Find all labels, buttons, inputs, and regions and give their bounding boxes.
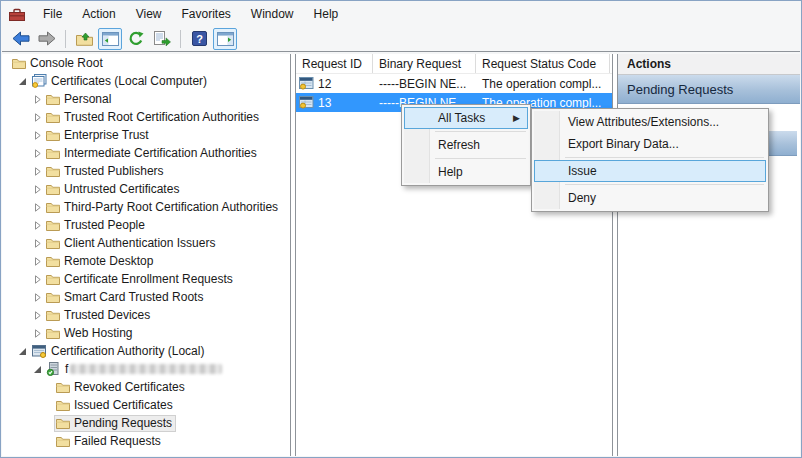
tree-item-hit-area[interactable]: Personal	[44, 91, 115, 108]
back-button[interactable]	[9, 28, 33, 50]
expander-expanded-icon[interactable]	[31, 365, 44, 374]
tree-item-untrusted-certificates[interactable]: Untrusted Certificates	[2, 180, 290, 198]
expander-collapsed-icon[interactable]	[31, 329, 44, 338]
tree-item-web-hosting[interactable]: Web Hosting	[2, 324, 290, 342]
tree-item-trusted-publishers[interactable]: Trusted Publishers	[2, 162, 290, 180]
expander-collapsed-icon[interactable]	[31, 149, 44, 158]
tree-item-label: Enterprise Trust	[64, 128, 149, 142]
tree-item-client-authentication-issuers[interactable]: Client Authentication Issuers	[2, 234, 290, 252]
menubar-item-action[interactable]: Action	[72, 7, 125, 21]
actions-section-pending-requests[interactable]: Pending Requests	[618, 75, 800, 104]
tree-item-hit-area[interactable]: Issued Certificates	[54, 397, 177, 414]
tree-item-label: Console Root	[30, 56, 103, 70]
tree-item-issued-certificates[interactable]: Issued Certificates	[2, 396, 290, 414]
tree-item-hit-area[interactable]: Certificate Enrollment Requests	[44, 271, 237, 288]
export-list-icon	[154, 31, 171, 46]
tree-item-revoked-certificates[interactable]: Revoked Certificates	[2, 378, 290, 396]
tree-item-hit-area[interactable]: Trusted People	[44, 217, 149, 234]
menu-item-label: View Attributes/Extensions...	[568, 115, 719, 129]
expander-collapsed-icon[interactable]	[31, 275, 44, 284]
ca-icon	[31, 344, 47, 358]
tree-item-f[interactable]: f	[2, 360, 290, 378]
tree-item-trusted-devices[interactable]: Trusted Devices	[2, 306, 290, 324]
menu-separator	[565, 157, 764, 158]
tree-item-hit-area[interactable]: Smart Card Trusted Roots	[44, 289, 207, 306]
up-one-level-button[interactable]	[72, 28, 96, 50]
request-row-12[interactable]: 12-----BEGIN NE...The operation compl...	[296, 74, 612, 93]
tree-item-hit-area[interactable]: Enterprise Trust	[44, 127, 153, 144]
tree-item-personal[interactable]: Personal	[2, 90, 290, 108]
submenu-item-deny[interactable]: Deny	[534, 187, 766, 209]
tree-item-hit-area[interactable]: Certification Authority (Local)	[29, 343, 208, 360]
expander-collapsed-icon[interactable]	[31, 311, 44, 320]
submenu-item-issue[interactable]: Issue	[534, 160, 766, 182]
menubar-item-favorites[interactable]: Favorites	[172, 7, 241, 21]
action-pane-icon	[217, 32, 234, 46]
export-list-button[interactable]	[150, 28, 174, 50]
tree-item-pending-requests[interactable]: Pending Requests	[2, 414, 290, 432]
tree-item-hit-area[interactable]: Intermediate Certification Authorities	[44, 145, 261, 162]
tree-item-hit-area[interactable]: Remote Desktop	[44, 253, 157, 270]
expander-collapsed-icon[interactable]	[31, 257, 44, 266]
expander-collapsed-icon[interactable]	[31, 95, 44, 104]
show-console-tree-button[interactable]	[98, 28, 122, 50]
tree-item-hit-area[interactable]: Untrusted Certificates	[44, 181, 183, 198]
expander-collapsed-icon[interactable]	[31, 167, 44, 176]
column-header-request-status-code[interactable]: Request Status Code	[476, 54, 610, 73]
tree-item-smart-card-trusted-roots[interactable]: Smart Card Trusted Roots	[2, 288, 290, 306]
tree-item-hit-area[interactable]: Trusted Root Certification Authorities	[44, 109, 263, 126]
tree-item-intermediate-certification-authorities[interactable]: Intermediate Certification Authorities	[2, 144, 290, 162]
menu-item-all-tasks[interactable]: All Tasks▶	[404, 107, 528, 129]
menu-item-help[interactable]: Help	[404, 161, 528, 183]
forward-button[interactable]	[35, 28, 59, 50]
tree-item-label: Issued Certificates	[74, 398, 173, 412]
expander-collapsed-icon[interactable]	[31, 221, 44, 230]
help-button[interactable]: ?	[187, 28, 211, 50]
menubar-item-help[interactable]: Help	[304, 7, 349, 21]
expander-collapsed-icon[interactable]	[31, 185, 44, 194]
tree-item-trusted-root-certification-authorities[interactable]: Trusted Root Certification Authorities	[2, 108, 290, 126]
tree-item-enterprise-trust[interactable]: Enterprise Trust	[2, 126, 290, 144]
tree-item-certificate-enrollment-requests[interactable]: Certificate Enrollment Requests	[2, 270, 290, 288]
tree-item-hit-area[interactable]: Third-Party Root Certification Authoriti…	[44, 199, 282, 216]
tree-item-hit-area[interactable]: Web Hosting	[44, 325, 136, 342]
expander-expanded-icon[interactable]	[16, 347, 29, 356]
tree-item-hit-area[interactable]: Revoked Certificates	[54, 379, 189, 396]
tree-item-third-party-root-certification-authorities[interactable]: Third-Party Root Certification Authoriti…	[2, 198, 290, 216]
tree-item-hit-area[interactable]: Pending Requests	[54, 415, 176, 432]
expander-collapsed-icon[interactable]	[31, 239, 44, 248]
tree-item-hit-area[interactable]: Console Root	[10, 55, 107, 72]
show-action-pane-button[interactable]	[213, 28, 237, 50]
tree-item-remote-desktop[interactable]: Remote Desktop	[2, 252, 290, 270]
refresh-button[interactable]	[124, 28, 148, 50]
menu-item-refresh[interactable]: Refresh	[404, 134, 528, 156]
expander-collapsed-icon[interactable]	[31, 293, 44, 302]
expander-expanded-icon[interactable]	[16, 77, 29, 86]
tree-item-hit-area[interactable]: Certificates (Local Computer)	[29, 73, 211, 90]
tree-item-failed-requests[interactable]: Failed Requests	[2, 432, 290, 450]
tree-item-hit-area[interactable]: Trusted Publishers	[44, 163, 168, 180]
expander-collapsed-icon[interactable]	[31, 131, 44, 140]
folder-icon	[46, 129, 60, 142]
tree-item-trusted-people[interactable]: Trusted People	[2, 216, 290, 234]
tree-item-hit-area[interactable]: Trusted Devices	[44, 307, 154, 324]
menubar-item-view[interactable]: View	[126, 7, 172, 21]
menubar-item-file[interactable]: File	[33, 7, 72, 21]
column-header-binary-request[interactable]: Binary Request	[373, 54, 476, 73]
certificates-icon	[31, 74, 47, 88]
up-folder-icon	[76, 32, 93, 46]
menubar-item-window[interactable]: Window	[241, 7, 304, 21]
tree-item-hit-area[interactable]: Client Authentication Issuers	[44, 235, 219, 252]
column-header-request-id[interactable]: Request ID	[296, 54, 373, 73]
expander-collapsed-icon[interactable]	[31, 113, 44, 122]
submenu-item-export-binary-data[interactable]: Export Binary Data...	[534, 133, 766, 155]
svg-text:?: ?	[196, 33, 203, 45]
tree-item-certificates-local-computer[interactable]: Certificates (Local Computer)	[2, 72, 290, 90]
submenu-item-view-attributes-extensions[interactable]: View Attributes/Extensions...	[534, 111, 766, 133]
tree-item-console-root[interactable]: Console Root	[2, 54, 290, 72]
expander-collapsed-icon[interactable]	[31, 203, 44, 212]
tree-item-hit-area[interactable]: Failed Requests	[54, 433, 165, 450]
tree-item-certification-authority-local[interactable]: Certification Authority (Local)	[2, 342, 290, 360]
tree-item-hit-area[interactable]: f	[44, 361, 226, 378]
request-status-code: The operation compl...	[476, 77, 610, 91]
